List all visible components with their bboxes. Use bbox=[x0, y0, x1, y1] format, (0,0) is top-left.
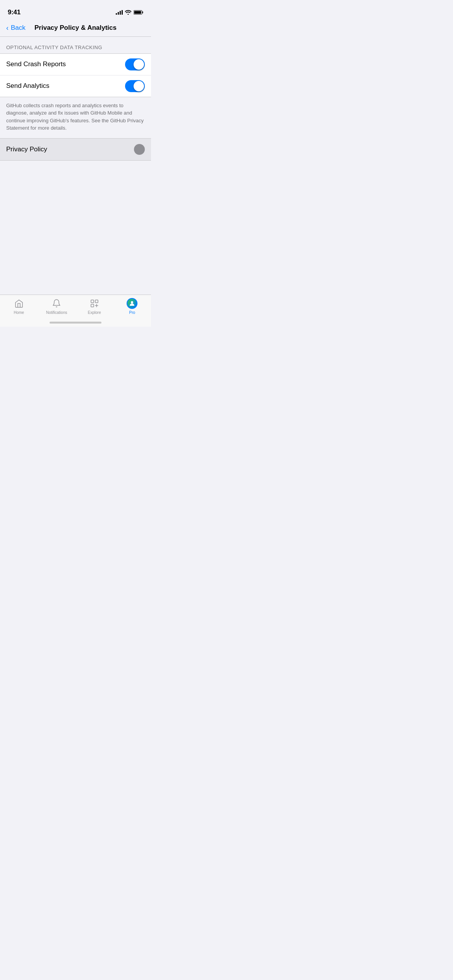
section-header: OPTIONAL ACTIVITY DATA TRACKING bbox=[0, 37, 151, 53]
svg-rect-1 bbox=[142, 12, 143, 14]
tab-profile[interactable]: Pro bbox=[113, 298, 151, 315]
back-chevron-icon: ‹ bbox=[6, 24, 9, 32]
send-analytics-label: Send Analytics bbox=[6, 82, 50, 90]
status-icons bbox=[116, 10, 143, 15]
battery-icon bbox=[134, 10, 143, 15]
notifications-icon bbox=[51, 298, 62, 309]
send-analytics-row[interactable]: Send Analytics bbox=[0, 75, 151, 97]
home-tab-label: Home bbox=[14, 310, 24, 315]
svg-rect-3 bbox=[91, 300, 94, 303]
nav-bar: ‹ Back Privacy Policy & Analytics bbox=[0, 19, 151, 36]
crash-reports-toggle[interactable] bbox=[125, 58, 145, 70]
svg-rect-2 bbox=[134, 11, 141, 14]
status-bar: 9:41 bbox=[0, 0, 151, 19]
send-analytics-toggle-thumb bbox=[134, 81, 144, 91]
tab-notifications[interactable]: Notifications bbox=[38, 298, 76, 315]
send-analytics-toggle[interactable] bbox=[125, 80, 145, 92]
explore-tab-label: Explore bbox=[88, 310, 101, 315]
privacy-policy-row[interactable]: Privacy Policy bbox=[0, 138, 151, 161]
settings-group: Send Crash Reports Send Analytics bbox=[0, 53, 151, 97]
status-time: 9:41 bbox=[8, 9, 21, 16]
svg-rect-4 bbox=[95, 300, 98, 303]
description-text: GitHub collects crash reports and analyt… bbox=[0, 97, 151, 138]
profile-icon bbox=[127, 298, 137, 309]
home-indicator bbox=[50, 322, 101, 324]
page-title: Privacy Policy & Analytics bbox=[34, 24, 117, 32]
tab-explore[interactable]: Explore bbox=[76, 298, 113, 315]
back-button[interactable]: ‹ Back bbox=[6, 24, 26, 32]
back-label: Back bbox=[11, 24, 26, 32]
svg-point-6 bbox=[131, 301, 133, 303]
wifi-icon bbox=[125, 10, 131, 15]
explore-icon bbox=[89, 298, 100, 309]
crash-reports-toggle-thumb bbox=[134, 59, 144, 70]
signal-icon bbox=[116, 10, 123, 15]
privacy-policy-label: Privacy Policy bbox=[6, 146, 47, 153]
profile-avatar bbox=[127, 298, 137, 309]
profile-tab-label: Pro bbox=[129, 310, 135, 315]
notifications-tab-label: Notifications bbox=[46, 310, 67, 315]
privacy-policy-dot bbox=[134, 144, 145, 155]
svg-rect-5 bbox=[91, 304, 94, 307]
crash-reports-label: Send Crash Reports bbox=[6, 60, 66, 68]
tab-home[interactable]: Home bbox=[0, 298, 38, 315]
crash-reports-row[interactable]: Send Crash Reports bbox=[0, 54, 151, 75]
home-icon bbox=[14, 298, 24, 309]
